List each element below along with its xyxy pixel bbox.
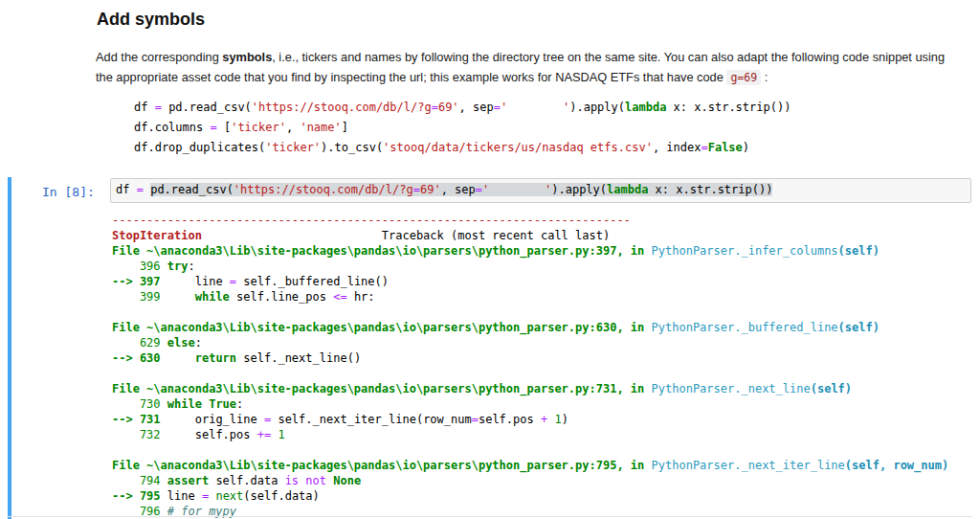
code-line: 396 try: xyxy=(112,259,948,274)
notebook-page: Add symbols Add the corresponding symbol… xyxy=(0,0,980,519)
section-heading: Add symbols xyxy=(97,10,205,30)
code-line: 399 while self.line_pos <= hr: xyxy=(112,289,948,305)
code-input[interactable]: df = pd.read_csv('https://stooq.com/db/l… xyxy=(110,178,971,203)
error-output: ----------------------------------------… xyxy=(112,213,948,519)
code-line: df = pd.read_csv('https://stooq.com/db/l… xyxy=(116,183,966,198)
intro-paragraph-line2: the appropriate asset code that you find… xyxy=(96,67,945,88)
code-line: df.drop_duplicates('ticker').to_csv('sto… xyxy=(134,138,791,158)
code-line: ----------------------------------------… xyxy=(112,213,948,228)
code-line: File ~\anaconda3\Lib\site-packages\panda… xyxy=(112,320,948,335)
code-line: --> 731 orig_line = self._next_iter_line… xyxy=(112,412,948,427)
code-line: df = pd.read_csv('https://stooq.com/db/l… xyxy=(134,98,791,118)
code-line: --> 397 line = self._buffered_line() xyxy=(112,274,948,289)
cell-divider xyxy=(8,516,972,517)
code-line: File ~\anaconda3\Lib\site-packages\panda… xyxy=(112,243,948,259)
code-line: 629 else: xyxy=(112,335,948,350)
code-line: 730 while True: xyxy=(112,396,948,412)
markdown-code-block: df = pd.read_csv('https://stooq.com/db/l… xyxy=(134,98,791,158)
selected-cell-indicator xyxy=(8,177,11,519)
code-line: --> 795 line = next(self.data) xyxy=(112,488,948,504)
code-line: File ~\anaconda3\Lib\site-packages\panda… xyxy=(112,381,948,396)
code-line: StopIteration Traceback (most recent cal… xyxy=(112,228,948,243)
code-line xyxy=(112,305,948,320)
code-line: File ~\anaconda3\Lib\site-packages\panda… xyxy=(112,458,948,473)
code-line: 732 self.pos += 1 xyxy=(112,427,948,442)
code-line xyxy=(112,366,948,381)
intro-paragraph: Add the corresponding symbols, i.e., tic… xyxy=(96,47,945,88)
code-line: df.columns = ['ticker', 'name'] xyxy=(134,118,791,138)
code-line: --> 630 return self._next_line() xyxy=(112,350,948,366)
inline-code-chip: g=69 xyxy=(726,70,761,85)
code-line: 794 assert self.data is not None xyxy=(112,473,948,488)
code-line xyxy=(112,442,948,458)
input-prompt: In [8]: xyxy=(42,185,95,199)
intro-paragraph-line1: Add the corresponding symbols, i.e., tic… xyxy=(96,47,945,67)
